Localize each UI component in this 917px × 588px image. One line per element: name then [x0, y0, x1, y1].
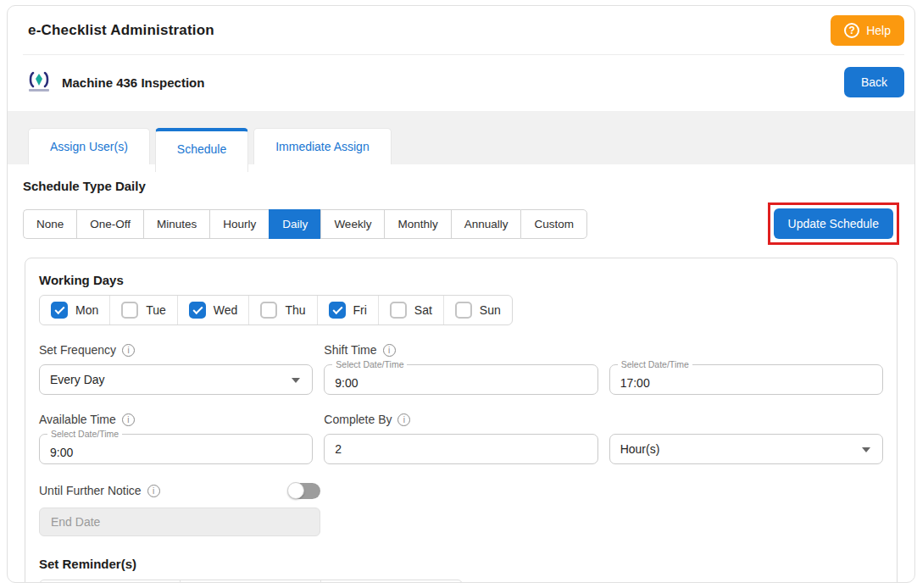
end-date-input[interactable]: End Date	[39, 508, 320, 536]
available-time-field: Available Time Select Date/Time 9:00	[39, 411, 313, 464]
help-button-label: Help	[866, 24, 891, 37]
working-day-fri[interactable]: Fri	[318, 296, 379, 325]
day-label: Mon	[75, 303, 98, 317]
working-day-mon[interactable]: Mon	[40, 296, 110, 325]
set-frequency-label: Set Frequency	[39, 341, 313, 358]
working-day-tue[interactable]: Tue	[110, 296, 178, 325]
checklist-name: Machine 436 Inspection	[62, 75, 844, 90]
available-time-input[interactable]: Select Date/Time 9:00	[39, 434, 313, 464]
toggle-thumb	[287, 482, 304, 499]
checkbox-sat[interactable]	[390, 302, 407, 319]
schedule-type-one-off[interactable]: One-Off	[76, 209, 143, 239]
shift-time-end-float-label: Select Date/Time	[618, 359, 692, 369]
checkbox-sun[interactable]	[455, 302, 472, 319]
complete-by-value: 2	[335, 442, 342, 456]
schedule-type-none[interactable]: None	[23, 209, 76, 239]
available-time-label-text: Available Time	[39, 413, 116, 426]
checkbox-mon[interactable]	[51, 302, 68, 319]
complete-by-input[interactable]: 2	[324, 434, 597, 464]
help-button[interactable]: Help	[831, 15, 904, 46]
info-icon[interactable]	[122, 344, 135, 357]
chevron-down-icon	[862, 447, 870, 452]
set-frequency-label-text: Set Frequency	[39, 343, 116, 357]
schedule-tab-content: Schedule Type Daily NoneOne-OffMinutesHo…	[8, 164, 914, 583]
working-days-group: MonTueWedThuFriSatSun	[39, 295, 513, 325]
available-time-value: 9:00	[50, 446, 73, 459]
shift-time-label: Shift Time	[324, 341, 597, 358]
complete-by-label: Complete By	[324, 411, 597, 428]
company-logo	[26, 71, 52, 93]
schedule-type-row: NoneOne-OffMinutesHourlyDailyWeeklyMonth…	[23, 202, 899, 245]
checkbox-thu[interactable]	[260, 302, 277, 319]
working-day-wed[interactable]: Wed	[178, 296, 250, 325]
working-day-sat[interactable]: Sat	[379, 296, 444, 325]
update-schedule-button[interactable]: Update Schedule	[774, 208, 893, 239]
schedule-form-grid: Set Frequency Every Day Shift Time Selec	[39, 341, 883, 464]
checklist-subheader: Machine 436 Inspection Back	[8, 55, 914, 111]
until-further-notice-toggle[interactable]	[288, 483, 320, 499]
set-frequency-value: Every Day	[50, 373, 105, 386]
schedule-type-custom[interactable]: Custom	[520, 209, 587, 239]
schedule-type-hourly[interactable]: Hourly	[209, 209, 269, 239]
info-icon[interactable]	[383, 344, 396, 357]
shift-time-start-value: 9:00	[335, 376, 358, 390]
complete-by-unit-field: Hour(s)	[609, 411, 883, 464]
checkbox-fri[interactable]	[329, 302, 346, 319]
shift-time-start-field: Shift Time Select Date/Time 9:00	[324, 341, 597, 395]
shift-time-start-float-label: Select Date/Time	[332, 359, 407, 369]
schedule-type-weekly[interactable]: Weekly	[320, 209, 384, 239]
app-header: e-Checklist Administration Help	[8, 6, 914, 54]
schedule-type-button-group: NoneOne-OffMinutesHourlyDailyWeeklyMonth…	[23, 209, 587, 239]
set-frequency-select[interactable]: Every Day	[39, 364, 313, 395]
complete-by-unit-value: Hour(s)	[620, 442, 660, 456]
until-further-notice-label-text: Until Further Notice	[39, 484, 142, 497]
working-days-heading: Working Days	[39, 273, 883, 287]
until-further-notice-block: Until Further Notice End Date	[39, 481, 320, 536]
question-circle-icon	[844, 23, 859, 38]
app-window: e-Checklist Administration Help Machine …	[7, 5, 915, 583]
back-button[interactable]: Back	[844, 67, 904, 97]
day-label: Wed	[214, 303, 238, 317]
schedule-type-annually[interactable]: Annually	[451, 209, 521, 239]
shift-time-start-input[interactable]: Select Date/Time 9:00	[324, 364, 597, 395]
reminders-group: When AssignedBefore ExpiryWhen Expired	[39, 580, 463, 583]
set-frequency-field: Set Frequency Every Day	[39, 341, 313, 395]
schedule-type-monthly[interactable]: Monthly	[384, 209, 450, 239]
shift-time-end-value: 17:00	[620, 376, 650, 390]
red-highlight-annotation: Update Schedule	[768, 202, 899, 245]
day-label: Tue	[146, 303, 166, 317]
day-label: Thu	[285, 303, 305, 317]
chevron-down-icon	[292, 378, 300, 383]
tab-immediate-assign[interactable]: Immediate Assign	[253, 128, 392, 164]
tab-assign-user-s[interactable]: Assign User(s)	[28, 128, 150, 164]
available-time-label: Available Time	[39, 411, 313, 428]
schedule-type-heading: Schedule Type Daily	[23, 179, 899, 193]
set-reminders-heading: Set Reminder(s)	[39, 557, 883, 571]
working-day-sun[interactable]: Sun	[444, 296, 512, 325]
reminder-before-expiry: Before Expiry	[181, 580, 321, 583]
reminder-when-assigned: When Assigned	[40, 580, 181, 583]
schedule-type-daily[interactable]: Daily	[269, 209, 320, 239]
checkbox-wed[interactable]	[189, 302, 206, 319]
info-icon[interactable]	[122, 413, 135, 426]
until-further-notice-label: Until Further Notice	[39, 482, 160, 499]
shift-time-label-text: Shift Time	[324, 343, 376, 357]
complete-by-unit-select[interactable]: Hour(s)	[609, 434, 883, 464]
info-icon[interactable]	[397, 413, 410, 426]
checkbox-tue[interactable]	[121, 302, 138, 319]
shift-time-end-field: Select Date/Time 17:00	[609, 341, 883, 395]
day-label: Sun	[480, 303, 501, 317]
complete-by-field: Complete By 2	[324, 411, 597, 464]
schedule-type-minutes[interactable]: Minutes	[143, 209, 209, 239]
shift-time-end-input[interactable]: Select Date/Time 17:00	[609, 364, 883, 395]
tab-bar: Assign User(s)ScheduleImmediate Assign	[8, 111, 914, 164]
page-title: e-Checklist Administration	[28, 22, 214, 39]
reminder-when-expired: When Expired	[321, 580, 462, 583]
available-time-float-label: Select Date/Time	[47, 429, 122, 439]
info-icon[interactable]	[147, 485, 160, 497]
working-day-thu[interactable]: Thu	[249, 296, 317, 325]
day-label: Fri	[353, 303, 367, 317]
schedule-settings-panel: Working Days MonTueWedThuFriSatSun Set F…	[25, 258, 898, 583]
until-further-notice-row: Until Further Notice	[39, 481, 320, 500]
complete-by-label-text: Complete By	[324, 413, 392, 426]
